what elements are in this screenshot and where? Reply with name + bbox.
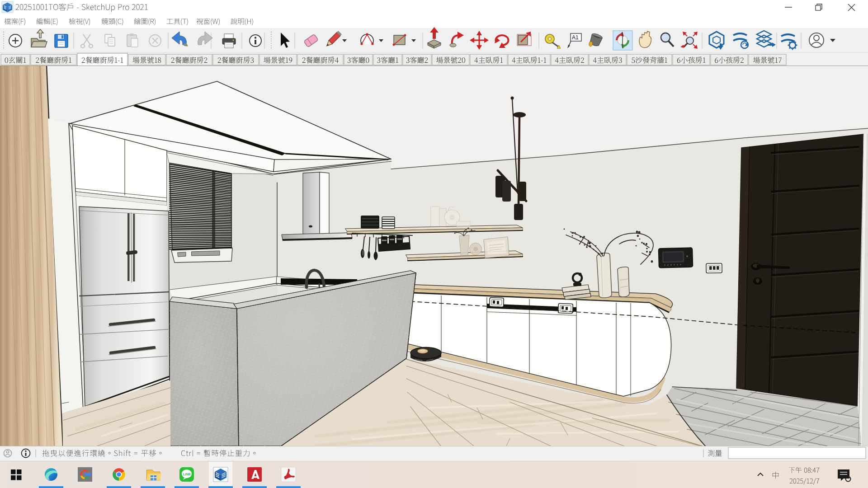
svg-text:A1: A1 (572, 34, 579, 41)
svg-text:LINE: LINE (183, 472, 191, 476)
